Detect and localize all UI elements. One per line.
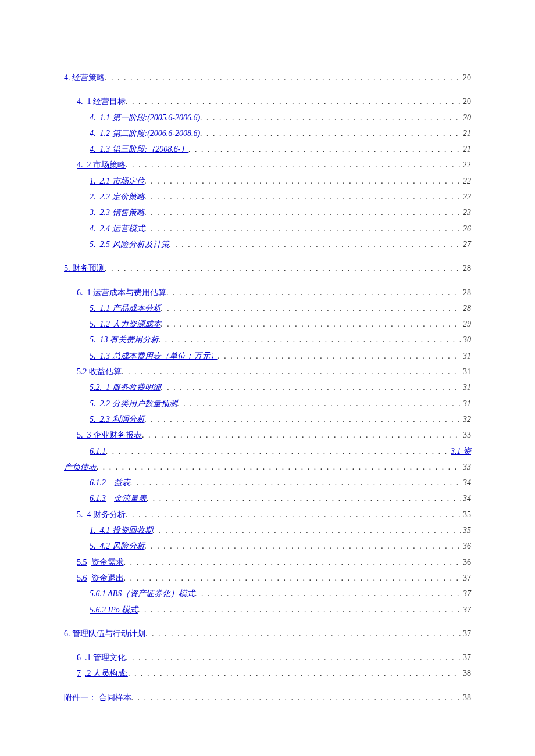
toc-title: 5. 2.5 风险分析及计策 (90, 237, 169, 252)
toc-page-number: 37 (461, 626, 471, 642)
toc-page-number: 28 (461, 285, 471, 300)
toc-entry[interactable]: 4. 1.1 第一阶段:(2005.6-2006.6)20 (64, 110, 471, 126)
toc-entry[interactable]: 5. 2.2 分类用户数量预测31 (64, 396, 471, 411)
toc-title: .2 人员构成: (85, 665, 128, 681)
toc-entry[interactable]: 附件一： 合同样本38 (64, 690, 471, 705)
toc-title: 6. 管理队伍与行动计划 (64, 626, 145, 642)
toc-entry[interactable]: 5.6.2 IPo 模式37 (64, 602, 471, 618)
toc-entry[interactable]: 6.1.2 益表34 (64, 475, 471, 490)
leader-dots (166, 285, 461, 300)
toc-entry[interactable]: 3. 2.3 销售策略23 (64, 205, 471, 220)
toc-entry[interactable]: 6. 管理队伍与行动计划37 (64, 626, 471, 642)
toc-prefix: 6.1.3 (90, 490, 106, 506)
toc-title: 5. 2.3 利润分析 (90, 411, 145, 427)
toc-title: 1. 4.1 投资回收期 (90, 522, 153, 538)
toc-entry[interactable]: 5.6.1 ABS（资产证券化）模式37 (64, 586, 471, 601)
leader-dots (200, 110, 461, 126)
toc-entry[interactable]: 5. 1.3 总成本费用表（单位：万元）31 (64, 348, 471, 364)
toc-title: 金流量表 (114, 490, 147, 506)
toc-title: 产负债表 (64, 459, 97, 475)
toc-entry[interactable]: 6.1.13.1 资 (64, 443, 471, 459)
toc-title: 5. 2.2 分类用户数量预测 (90, 396, 177, 411)
toc-entry[interactable]: 5. 3 企业财务报表33 (64, 427, 471, 443)
toc-title: 4. 1.1 第一阶段:(2005.6-2006.6) (90, 110, 200, 126)
leader-dots (126, 507, 461, 522)
toc-entry[interactable]: 5.2. 1 服务收费明细31 (64, 379, 471, 395)
toc-entry[interactable]: 5. 财务预测28 (64, 260, 471, 276)
toc-page-number: 35 (461, 522, 471, 538)
toc-entry[interactable]: 5.6 资金退出37 (64, 570, 471, 586)
toc-title: 5. 1.1 产品成本分析 (90, 300, 161, 316)
toc-page-number: 33 (461, 427, 471, 443)
toc-title: .1 管理文化 (85, 650, 126, 665)
leader-dots (153, 522, 461, 538)
toc-page-number: 22 (461, 157, 471, 173)
toc-entry[interactable]: 5. 2.5 风险分析及计策27 (64, 237, 471, 252)
toc-title: 附件一： 合同样本 (64, 690, 131, 705)
toc-title: 资金退出 (91, 570, 124, 586)
leader-dots (126, 94, 461, 109)
leader-dots (200, 126, 461, 141)
toc-entry[interactable]: 5. 4 财务分析35 (64, 507, 471, 522)
toc-page-number: 37 (461, 602, 471, 618)
leader-dots (131, 690, 461, 705)
toc-entry[interactable]: 7 .2 人员构成:38 (64, 665, 471, 681)
toc-entry[interactable]: 5. 4.2 风险分析36 (64, 538, 471, 554)
toc-entry[interactable]: 6.1.3 金流量表34 (64, 490, 471, 506)
toc-title: 资金需求 (91, 554, 124, 570)
toc-entry[interactable]: 4. 1.2 第二阶段:(2006.6-2008.6)21 (64, 126, 471, 141)
toc-entry[interactable]: 4. 2 市场策略22 (64, 157, 471, 173)
toc-entry-cont[interactable]: 产负债表33 (64, 459, 471, 475)
toc-entry[interactable]: 4. 1 经营目标20 (64, 94, 471, 109)
toc-page-number: 34 (461, 475, 471, 490)
toc-page-number: 31 (461, 364, 471, 379)
toc-prefix: 6.1.2 (90, 475, 106, 490)
gap (87, 554, 91, 570)
toc-title: 6. 1 运营成本与费用估算 (77, 285, 166, 300)
toc-title: 5. 4 财务分析 (77, 507, 126, 522)
leader-dots (128, 665, 461, 681)
toc-page-number: 20 (461, 70, 471, 85)
toc-page-number: 32 (461, 411, 471, 427)
toc-title: 5. 财务预测 (64, 260, 105, 276)
gap (106, 490, 114, 506)
toc-entry[interactable]: 1. 4.1 投资回收期35 (64, 522, 471, 538)
leader-dots (161, 379, 461, 395)
leader-dots (145, 411, 461, 427)
toc-page-number: 26 (461, 221, 471, 237)
toc-title: 5.6.1 ABS（资产证券化）模式 (90, 586, 195, 601)
toc-title: 益表 (114, 475, 130, 490)
toc-title: 4. 经营策略 (64, 70, 105, 85)
leader-dots (145, 173, 461, 189)
toc-page-number: 35 (461, 507, 471, 522)
toc-page-number: 20 (461, 110, 471, 126)
leader-dots (124, 554, 461, 570)
toc-title: 4. 1.2 第二阶段:(2006.6-2008.6) (90, 126, 200, 141)
toc-title: 2. 2.2 定价策略 (90, 189, 145, 205)
leader-dots (161, 316, 461, 332)
toc-page-number: 37 (461, 586, 471, 601)
toc-title: 4. 2.4 运营模式 (90, 221, 145, 237)
leader-dots (147, 490, 461, 506)
toc-entry[interactable]: 5. 2.3 利润分析32 (64, 411, 471, 427)
toc-title: 3. 2.3 销售策略 (90, 205, 145, 220)
toc-page-number: 27 (461, 237, 471, 252)
toc-entry[interactable]: 5. 13 有关费用分析30 (64, 332, 471, 347)
toc-entry[interactable]: 2. 2.2 定价策略22 (64, 189, 471, 205)
toc-entry[interactable]: 6. 1 运营成本与费用估算28 (64, 285, 471, 300)
toc-prefix: 5.6 (77, 570, 87, 586)
toc-entry[interactable]: 5.5 资金需求36 (64, 554, 471, 570)
toc-entry[interactable]: 5.2 收益估算31 (64, 364, 471, 379)
toc-tail-frag: 3.1 资 (451, 443, 471, 459)
toc-entry[interactable]: 5. 1.1 产品成本分析28 (64, 300, 471, 316)
leader-dots (126, 650, 461, 665)
toc-entry[interactable]: 4. 2.4 运营模式26 (64, 221, 471, 237)
toc-entry[interactable]: 1. 2.1 市场定位22 (64, 173, 471, 189)
leader-dots (161, 300, 461, 316)
toc-entry[interactable]: 4. 1.3 第三阶段:（2008.6-）21 (64, 141, 471, 157)
gap (87, 570, 91, 586)
toc-entry[interactable]: 4. 经营策略20 (64, 70, 471, 85)
toc-entry[interactable]: 5. 1.2 人力资源成本29 (64, 316, 471, 332)
toc-entry[interactable]: 6 .1 管理文化37 (64, 650, 471, 665)
leader-dots (195, 586, 461, 601)
